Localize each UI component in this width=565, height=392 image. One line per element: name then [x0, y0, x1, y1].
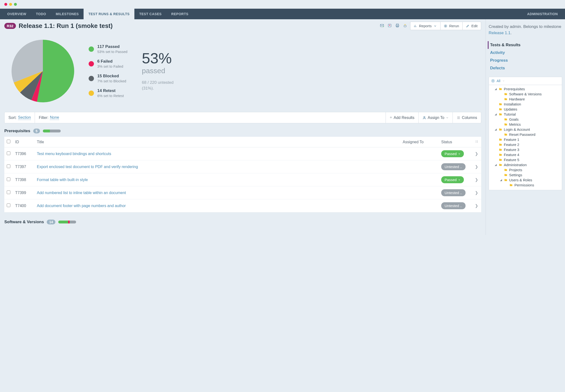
tree-filter-all[interactable]: All: [489, 77, 562, 85]
row-title-link[interactable]: Add document footer with page numbers an…: [34, 199, 400, 212]
filter-control[interactable]: Filter: None: [35, 112, 63, 123]
nav-tab-milestones[interactable]: MILESTONES: [51, 9, 84, 19]
tree-node[interactable]: Settings: [490, 172, 560, 178]
tree-label: Installation: [504, 102, 521, 106]
tree-node[interactable]: ◢Users & Roles: [490, 178, 560, 182]
row-checkbox[interactable]: [7, 190, 10, 194]
row-id: T7397: [13, 160, 34, 173]
row-title-link[interactable]: Add numbered list to inline table within…: [34, 186, 400, 199]
export-icon[interactable]: [387, 23, 392, 28]
status-pill[interactable]: Passed: [441, 150, 464, 157]
row-checkbox[interactable]: [7, 203, 10, 207]
legend-passed-title: 117 Passed: [97, 44, 127, 49]
column-settings-icon[interactable]: [473, 137, 481, 147]
sort-link[interactable]: Section: [18, 115, 31, 120]
section-title: Prerequisites: [4, 129, 30, 133]
row-expand-icon[interactable]: ❯: [473, 147, 481, 160]
tree-node[interactable]: Reset Password: [490, 132, 560, 137]
status-pill[interactable]: Untested ..: [441, 163, 466, 170]
nav-administration[interactable]: ADMINISTRATION: [522, 9, 563, 19]
print-icon[interactable]: [395, 23, 399, 28]
tree-node[interactable]: Feature 1: [490, 137, 560, 142]
status-pill[interactable]: Untested ..: [441, 202, 466, 209]
status-pill[interactable]: Passed: [441, 176, 464, 183]
select-all-checkbox[interactable]: [7, 140, 10, 143]
row-expand-icon[interactable]: ❯: [473, 199, 481, 212]
sort-label: Sort:: [8, 116, 17, 120]
legend-passed-sub: 53% set to Passed: [97, 50, 127, 54]
nav-tab-test-cases[interactable]: TEST CASES: [134, 9, 166, 19]
rerun-button[interactable]: Rerun: [440, 22, 462, 30]
filter-link[interactable]: None: [50, 115, 59, 120]
untested-line2: (31%).: [142, 85, 173, 91]
minimize-window-icon[interactable]: [9, 3, 12, 6]
tree-caret-icon: ◢: [495, 163, 497, 166]
svg-rect-4: [396, 26, 398, 27]
tree-node[interactable]: ◢Administration: [490, 162, 560, 167]
sort-control[interactable]: Sort: Section: [5, 112, 35, 123]
close-window-icon[interactable]: [4, 3, 7, 6]
tree-node[interactable]: Software & Versions: [490, 92, 560, 97]
section-header-prerequisites: Prerequisites 5: [4, 129, 481, 133]
reports-button[interactable]: Reports: [410, 22, 440, 30]
row-title-link[interactable]: Test menu keyboard bindings and shortcut…: [34, 147, 400, 160]
nav-tab-overview[interactable]: OVERVIEW: [2, 9, 31, 19]
add-results-button[interactable]: + Add Results: [386, 112, 418, 123]
row-id: T7396: [13, 147, 34, 160]
row-expand-icon[interactable]: ❯: [473, 186, 481, 199]
row-title-link[interactable]: Export enclosed test document to PDF and…: [34, 160, 400, 173]
tree-label: Administration: [504, 163, 527, 167]
lock-icon[interactable]: [403, 23, 407, 28]
nav-tab-todo[interactable]: TODO: [31, 9, 51, 19]
side-nav-tests-results[interactable]: Tests & Results: [488, 41, 562, 49]
plus-icon: +: [390, 115, 392, 120]
tree-node[interactable]: Projects: [490, 167, 560, 172]
row-title-link[interactable]: Format table with built-in style: [34, 173, 400, 186]
tree-node[interactable]: Updates: [490, 107, 560, 112]
row-checkbox[interactable]: [7, 165, 10, 168]
tree-node[interactable]: Metrics: [490, 122, 560, 127]
tree-node[interactable]: Goals: [490, 117, 560, 122]
row-expand-icon[interactable]: ❯: [473, 173, 481, 186]
tree-node[interactable]: ◢Tutorial: [490, 112, 560, 117]
tree-node[interactable]: Feature 3: [490, 147, 560, 152]
tree-node[interactable]: Feature 5: [490, 157, 560, 162]
edit-button-label: Edit: [471, 24, 478, 28]
nav-tab-test-runs-results[interactable]: TEST RUNS & RESULTS: [84, 9, 134, 19]
tree-label: Software & Versions: [509, 92, 542, 96]
mail-icon[interactable]: [380, 23, 384, 28]
side-nav-activity[interactable]: Activity: [489, 49, 562, 56]
tree-label: Hardware: [509, 97, 525, 101]
nav-tab-reports[interactable]: REPORTS: [166, 9, 193, 19]
tree-node[interactable]: Feature 4: [490, 152, 560, 157]
svg-point-7: [424, 116, 425, 117]
tree-label: Projects: [509, 168, 522, 172]
section-header-software: Software & Versions 14: [4, 220, 481, 224]
tree-node[interactable]: ◢Prerequisites: [490, 86, 560, 92]
chevron-down-icon: [434, 24, 437, 28]
tree-node[interactable]: Feature 2: [490, 142, 560, 147]
row-expand-icon[interactable]: ❯: [473, 160, 481, 173]
tree-node[interactable]: Permissions: [490, 182, 560, 188]
side-nav-defects[interactable]: Defects: [489, 64, 562, 72]
columns-button[interactable]: Columns: [452, 112, 481, 123]
person-icon: [423, 116, 426, 120]
status-pill[interactable]: Untested ..: [441, 189, 466, 196]
maximize-window-icon[interactable]: [14, 3, 17, 6]
assign-to-button[interactable]: Assign To: [418, 112, 452, 123]
svg-rect-5: [404, 25, 406, 27]
tree-label: Settings: [509, 173, 522, 177]
tree-node[interactable]: ◢Login & Account: [490, 127, 560, 132]
side-nav-progress[interactable]: Progress: [489, 56, 562, 64]
svg-rect-2: [396, 24, 398, 25]
edit-button[interactable]: Edit: [462, 22, 481, 30]
milestone-link[interactable]: Release 1.1: [489, 31, 510, 35]
row-checkbox[interactable]: [7, 152, 10, 155]
filter-label: Filter:: [39, 116, 48, 120]
passed-label: passed: [142, 67, 173, 75]
tree-node[interactable]: Installation: [490, 102, 560, 107]
row-assigned: [400, 160, 439, 173]
tree-node[interactable]: Hardware: [490, 97, 560, 102]
tree-caret-icon: ◢: [500, 178, 502, 182]
row-checkbox[interactable]: [7, 178, 10, 181]
